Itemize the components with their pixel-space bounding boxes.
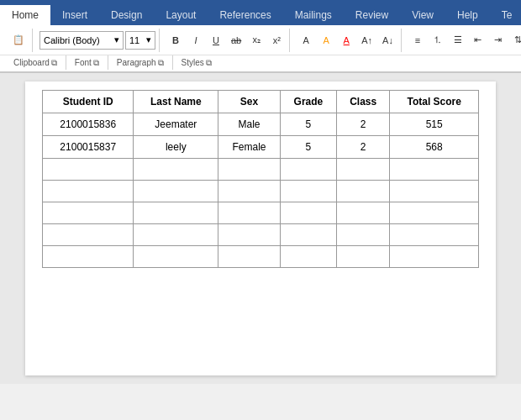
table-row: [43, 181, 479, 202]
table-cell[interactable]: 2100015836: [43, 113, 134, 136]
shrink-font-button[interactable]: A↓: [378, 31, 397, 50]
table-cell[interactable]: [43, 159, 134, 181]
tab-bar: Home Insert Design Layout References Mai…: [0, 0, 521, 25]
strikethrough-button[interactable]: ab: [227, 31, 245, 50]
table-cell[interactable]: [390, 181, 479, 202]
table-cell[interactable]: [390, 224, 479, 246]
table-cell[interactable]: [336, 181, 390, 202]
table-cell[interactable]: [280, 224, 336, 246]
paragraph-label-section: Paragraph ⧉: [108, 55, 173, 70]
table-cell[interactable]: [280, 202, 336, 224]
textstyle-section: A A A A↑ A↓: [293, 29, 402, 52]
grow-font-button[interactable]: A↑: [357, 31, 376, 50]
tab-insert[interactable]: Insert: [50, 5, 99, 25]
toolbar-row1: 📋 Calibri (Body) ▾ 11 ▾ B I U ab x₂ x² A…: [0, 25, 521, 55]
italic-button[interactable]: I: [187, 31, 205, 50]
sort-button[interactable]: ⇅: [509, 31, 521, 50]
table-cell[interactable]: [218, 224, 281, 246]
tab-design[interactable]: Design: [99, 5, 154, 25]
chevron-down-icon2: ▾: [146, 34, 151, 45]
section-labels-bar: Clipboard ⧉ Font ⧉ Paragraph ⧉ Styles ⧉: [0, 55, 521, 72]
table-cell[interactable]: [218, 159, 281, 181]
tab-mailings[interactable]: Mailings: [283, 5, 344, 25]
table-cell[interactable]: [390, 246, 479, 268]
table-cell[interactable]: [280, 181, 336, 202]
styles-label: Styles: [182, 58, 204, 67]
font-section: Calibri (Body) ▾ 11 ▾: [36, 29, 160, 52]
col-class: Class: [336, 91, 390, 113]
table-cell[interactable]: 5: [280, 136, 336, 159]
table-cell[interactable]: [134, 181, 218, 202]
table-cell[interactable]: [43, 224, 134, 246]
table-cell[interactable]: 568: [390, 136, 479, 159]
table-cell[interactable]: 5: [280, 113, 336, 136]
font-size-dropdown[interactable]: 11 ▾: [125, 31, 155, 50]
highlight-button[interactable]: A: [317, 31, 335, 50]
table-cell[interactable]: [390, 159, 479, 181]
clipboard-label: Clipboard: [13, 58, 50, 67]
table-row: [43, 159, 479, 181]
table-cell[interactable]: 2: [336, 136, 390, 159]
ribbon: 📋 Calibri (Body) ▾ 11 ▾ B I U ab x₂ x² A…: [0, 25, 521, 73]
table-cell[interactable]: [336, 159, 390, 181]
tab-view[interactable]: View: [400, 5, 445, 25]
table-cell[interactable]: [134, 202, 218, 224]
underline-button[interactable]: U: [207, 31, 225, 50]
table-cell[interactable]: [280, 246, 336, 268]
table-cell[interactable]: [43, 246, 134, 268]
clipboard-expand-icon[interactable]: ⧉: [51, 58, 57, 68]
superscript-button[interactable]: x²: [267, 31, 286, 50]
clipboard-icon[interactable]: 📋: [8, 31, 29, 50]
multilevel-button[interactable]: ☰: [449, 31, 467, 50]
tab-layout[interactable]: Layout: [154, 5, 208, 25]
table-cell[interactable]: 2: [336, 113, 390, 136]
bold-button[interactable]: B: [166, 31, 185, 50]
col-sex: Sex: [218, 91, 281, 113]
bullets-button[interactable]: ≡: [408, 31, 427, 50]
col-grade: Grade: [280, 91, 336, 113]
font-expand-icon[interactable]: ⧉: [93, 58, 99, 68]
tab-home[interactable]: Home: [0, 5, 50, 25]
table-cell[interactable]: [218, 246, 281, 268]
table-row: [43, 224, 479, 246]
tab-review[interactable]: Review: [344, 5, 400, 25]
font-color-button[interactable]: A: [337, 31, 355, 50]
table-cell[interactable]: Female: [218, 136, 281, 159]
paragraph-label: Paragraph: [117, 58, 156, 67]
table-cell[interactable]: [390, 202, 479, 224]
paragraph-section: ≡ ⒈ ☰ ⇤ ⇥ ⇅ ¶: [405, 29, 521, 52]
table-row: [43, 202, 479, 224]
table-cell[interactable]: Jeemater: [134, 113, 218, 136]
table-cell[interactable]: [134, 159, 218, 181]
table-cell[interactable]: [280, 159, 336, 181]
increase-indent-button[interactable]: ⇥: [489, 31, 508, 50]
text-effects-button[interactable]: A: [297, 31, 315, 50]
font-name-dropdown[interactable]: Calibri (Body) ▾: [39, 31, 124, 50]
table-cell[interactable]: [336, 246, 390, 268]
document-page[interactable]: Student ID Last Name Sex Grade Class Tot…: [25, 81, 496, 375]
table-cell[interactable]: [218, 181, 281, 202]
table-cell[interactable]: Male: [218, 113, 281, 136]
table-cell[interactable]: [134, 224, 218, 246]
table-cell[interactable]: 2100015837: [43, 136, 134, 159]
table-cell[interactable]: [134, 246, 218, 268]
tab-help[interactable]: Help: [445, 5, 490, 25]
col-lastname: Last Name: [134, 91, 218, 113]
numbering-button[interactable]: ⒈: [429, 31, 447, 50]
table-cell[interactable]: [218, 202, 281, 224]
tab-te[interactable]: Te: [490, 5, 521, 25]
table-row: 2100015837leelyFemale52568: [43, 136, 479, 159]
paragraph-expand-icon[interactable]: ⧉: [158, 58, 164, 68]
table-cell[interactable]: [43, 181, 134, 202]
col-totalscore: Total Score: [390, 91, 479, 113]
subscript-button[interactable]: x₂: [247, 31, 266, 50]
styles-expand-icon[interactable]: ⧉: [206, 58, 212, 68]
tab-references[interactable]: References: [208, 5, 282, 25]
decrease-indent-button[interactable]: ⇤: [469, 31, 487, 50]
table-cell[interactable]: [336, 202, 390, 224]
table-cell[interactable]: 515: [390, 113, 479, 136]
table-cell[interactable]: leely: [134, 136, 218, 159]
table-cell[interactable]: [336, 224, 390, 246]
data-table: Student ID Last Name Sex Grade Class Tot…: [42, 90, 479, 268]
table-cell[interactable]: [43, 202, 134, 224]
